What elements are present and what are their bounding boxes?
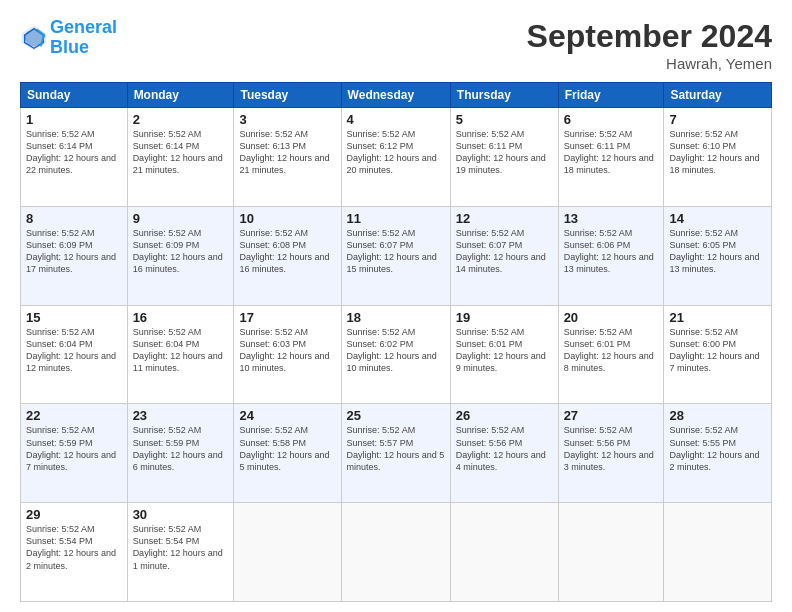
location: Hawrah, Yemen (527, 55, 772, 72)
day-info: Sunrise: 5:52 AM Sunset: 6:12 PM Dayligh… (347, 128, 445, 177)
day-number: 11 (347, 211, 445, 226)
table-row: 10 Sunrise: 5:52 AM Sunset: 6:08 PM Dayl… (234, 206, 341, 305)
day-number: 28 (669, 408, 766, 423)
table-row: 13 Sunrise: 5:52 AM Sunset: 6:06 PM Dayl… (558, 206, 664, 305)
calendar-row: 22 Sunrise: 5:52 AM Sunset: 5:59 PM Dayl… (21, 404, 772, 503)
day-number: 18 (347, 310, 445, 325)
calendar-table: Sunday Monday Tuesday Wednesday Thursday… (20, 82, 772, 602)
col-saturday: Saturday (664, 83, 772, 108)
table-row: 23 Sunrise: 5:52 AM Sunset: 5:59 PM Dayl… (127, 404, 234, 503)
table-row: 8 Sunrise: 5:52 AM Sunset: 6:09 PM Dayli… (21, 206, 128, 305)
calendar-row: 1 Sunrise: 5:52 AM Sunset: 6:14 PM Dayli… (21, 108, 772, 207)
day-info: Sunrise: 5:52 AM Sunset: 5:54 PM Dayligh… (26, 523, 122, 572)
day-number: 2 (133, 112, 229, 127)
calendar-row: 15 Sunrise: 5:52 AM Sunset: 6:04 PM Dayl… (21, 305, 772, 404)
day-number: 30 (133, 507, 229, 522)
day-number: 29 (26, 507, 122, 522)
table-row (664, 503, 772, 602)
table-row: 21 Sunrise: 5:52 AM Sunset: 6:00 PM Dayl… (664, 305, 772, 404)
day-info: Sunrise: 5:52 AM Sunset: 6:11 PM Dayligh… (564, 128, 659, 177)
day-info: Sunrise: 5:52 AM Sunset: 6:14 PM Dayligh… (133, 128, 229, 177)
table-row: 6 Sunrise: 5:52 AM Sunset: 6:11 PM Dayli… (558, 108, 664, 207)
table-row: 28 Sunrise: 5:52 AM Sunset: 5:55 PM Dayl… (664, 404, 772, 503)
col-sunday: Sunday (21, 83, 128, 108)
day-number: 7 (669, 112, 766, 127)
day-number: 10 (239, 211, 335, 226)
calendar-row: 8 Sunrise: 5:52 AM Sunset: 6:09 PM Dayli… (21, 206, 772, 305)
day-info: Sunrise: 5:52 AM Sunset: 5:55 PM Dayligh… (669, 424, 766, 473)
day-info: Sunrise: 5:52 AM Sunset: 6:04 PM Dayligh… (133, 326, 229, 375)
day-info: Sunrise: 5:52 AM Sunset: 6:07 PM Dayligh… (456, 227, 553, 276)
col-wednesday: Wednesday (341, 83, 450, 108)
day-info: Sunrise: 5:52 AM Sunset: 6:02 PM Dayligh… (347, 326, 445, 375)
logo-line2: Blue (50, 37, 89, 57)
table-row: 12 Sunrise: 5:52 AM Sunset: 6:07 PM Dayl… (450, 206, 558, 305)
logo-icon (20, 24, 48, 52)
day-number: 15 (26, 310, 122, 325)
day-number: 16 (133, 310, 229, 325)
table-row: 17 Sunrise: 5:52 AM Sunset: 6:03 PM Dayl… (234, 305, 341, 404)
table-row: 4 Sunrise: 5:52 AM Sunset: 6:12 PM Dayli… (341, 108, 450, 207)
day-info: Sunrise: 5:52 AM Sunset: 6:07 PM Dayligh… (347, 227, 445, 276)
title-block: September 2024 Hawrah, Yemen (527, 18, 772, 72)
day-number: 27 (564, 408, 659, 423)
table-row: 5 Sunrise: 5:52 AM Sunset: 6:11 PM Dayli… (450, 108, 558, 207)
table-row: 16 Sunrise: 5:52 AM Sunset: 6:04 PM Dayl… (127, 305, 234, 404)
day-number: 14 (669, 211, 766, 226)
page: General Blue September 2024 Hawrah, Yeme… (0, 0, 792, 612)
day-number: 1 (26, 112, 122, 127)
col-friday: Friday (558, 83, 664, 108)
month-title: September 2024 (527, 18, 772, 55)
day-info: Sunrise: 5:52 AM Sunset: 5:59 PM Dayligh… (26, 424, 122, 473)
day-number: 9 (133, 211, 229, 226)
table-row: 22 Sunrise: 5:52 AM Sunset: 5:59 PM Dayl… (21, 404, 128, 503)
day-number: 17 (239, 310, 335, 325)
table-row: 20 Sunrise: 5:52 AM Sunset: 6:01 PM Dayl… (558, 305, 664, 404)
col-thursday: Thursday (450, 83, 558, 108)
day-info: Sunrise: 5:52 AM Sunset: 5:56 PM Dayligh… (456, 424, 553, 473)
table-row: 11 Sunrise: 5:52 AM Sunset: 6:07 PM Dayl… (341, 206, 450, 305)
day-number: 24 (239, 408, 335, 423)
day-number: 13 (564, 211, 659, 226)
day-info: Sunrise: 5:52 AM Sunset: 6:09 PM Dayligh… (133, 227, 229, 276)
header: General Blue September 2024 Hawrah, Yeme… (20, 18, 772, 72)
header-row: Sunday Monday Tuesday Wednesday Thursday… (21, 83, 772, 108)
table-row: 25 Sunrise: 5:52 AM Sunset: 5:57 PM Dayl… (341, 404, 450, 503)
table-row: 1 Sunrise: 5:52 AM Sunset: 6:14 PM Dayli… (21, 108, 128, 207)
table-row: 9 Sunrise: 5:52 AM Sunset: 6:09 PM Dayli… (127, 206, 234, 305)
day-number: 25 (347, 408, 445, 423)
day-number: 8 (26, 211, 122, 226)
day-info: Sunrise: 5:52 AM Sunset: 6:00 PM Dayligh… (669, 326, 766, 375)
day-number: 26 (456, 408, 553, 423)
day-number: 6 (564, 112, 659, 127)
day-info: Sunrise: 5:52 AM Sunset: 5:54 PM Dayligh… (133, 523, 229, 572)
table-row: 30 Sunrise: 5:52 AM Sunset: 5:54 PM Dayl… (127, 503, 234, 602)
table-row (558, 503, 664, 602)
day-number: 3 (239, 112, 335, 127)
table-row (234, 503, 341, 602)
table-row: 7 Sunrise: 5:52 AM Sunset: 6:10 PM Dayli… (664, 108, 772, 207)
table-row: 27 Sunrise: 5:52 AM Sunset: 5:56 PM Dayl… (558, 404, 664, 503)
day-info: Sunrise: 5:52 AM Sunset: 5:59 PM Dayligh… (133, 424, 229, 473)
day-number: 23 (133, 408, 229, 423)
day-info: Sunrise: 5:52 AM Sunset: 6:03 PM Dayligh… (239, 326, 335, 375)
day-info: Sunrise: 5:52 AM Sunset: 5:57 PM Dayligh… (347, 424, 445, 473)
day-number: 21 (669, 310, 766, 325)
col-monday: Monday (127, 83, 234, 108)
day-info: Sunrise: 5:52 AM Sunset: 6:11 PM Dayligh… (456, 128, 553, 177)
table-row: 24 Sunrise: 5:52 AM Sunset: 5:58 PM Dayl… (234, 404, 341, 503)
table-row: 3 Sunrise: 5:52 AM Sunset: 6:13 PM Dayli… (234, 108, 341, 207)
day-info: Sunrise: 5:52 AM Sunset: 6:06 PM Dayligh… (564, 227, 659, 276)
day-number: 22 (26, 408, 122, 423)
logo-line1: General (50, 17, 117, 37)
day-info: Sunrise: 5:52 AM Sunset: 6:10 PM Dayligh… (669, 128, 766, 177)
day-info: Sunrise: 5:52 AM Sunset: 6:05 PM Dayligh… (669, 227, 766, 276)
day-number: 20 (564, 310, 659, 325)
table-row: 15 Sunrise: 5:52 AM Sunset: 6:04 PM Dayl… (21, 305, 128, 404)
table-row: 18 Sunrise: 5:52 AM Sunset: 6:02 PM Dayl… (341, 305, 450, 404)
day-info: Sunrise: 5:52 AM Sunset: 6:13 PM Dayligh… (239, 128, 335, 177)
day-info: Sunrise: 5:52 AM Sunset: 6:04 PM Dayligh… (26, 326, 122, 375)
day-info: Sunrise: 5:52 AM Sunset: 5:56 PM Dayligh… (564, 424, 659, 473)
day-info: Sunrise: 5:52 AM Sunset: 5:58 PM Dayligh… (239, 424, 335, 473)
day-info: Sunrise: 5:52 AM Sunset: 6:08 PM Dayligh… (239, 227, 335, 276)
